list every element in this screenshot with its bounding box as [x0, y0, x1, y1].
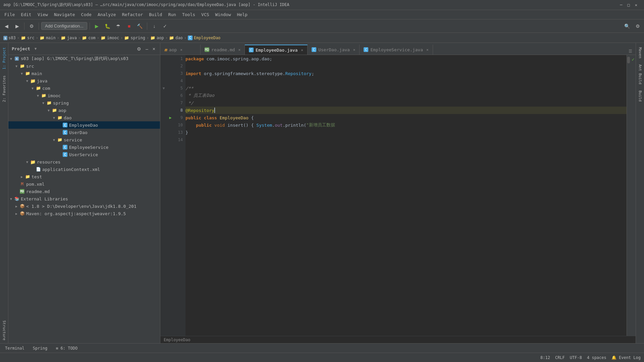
run-gutter-icon[interactable]: ▶	[169, 115, 171, 120]
tree-item-src[interactable]: ▼ 📁 src	[8, 62, 160, 70]
tree-arrow-s03[interactable]: ▼	[8, 57, 14, 61]
sidebar-minimize-btn[interactable]: ×	[151, 46, 157, 52]
code-content[interactable]: package com.imooc.spring.aop.dao; import…	[185, 55, 627, 336]
run-config-btn[interactable]: Add Configuration...	[41, 22, 87, 30]
tab-employeedao-close[interactable]: ✕	[301, 48, 303, 52]
tree-arrow-dao[interactable]: ▼	[51, 116, 57, 120]
tree-item-resources[interactable]: ▼ 📁 resources	[8, 158, 160, 166]
tree-arrow-resources[interactable]: ▼	[24, 160, 30, 164]
event-log-btn[interactable]: 🔔 Event Log	[611, 355, 641, 360]
tree-arrow-extlibs[interactable]: ▼	[8, 197, 14, 201]
status-encoding[interactable]: UTF-8	[570, 355, 582, 360]
breadcrumb-s03[interactable]: ss03	[3, 36, 16, 40]
tab-userdao[interactable]: C UserDao.java ✕	[308, 45, 360, 55]
sidebar-dropdown-icon[interactable]: ▼	[35, 47, 37, 51]
tree-item-s03[interactable]: ▼ s s03 [aop] G:\IMOOC_T\Spring\源代码\aop\…	[8, 55, 160, 62]
tree-item-userdao[interactable]: ▶ C UserDao	[8, 129, 160, 136]
build-btn[interactable]: 🔨	[135, 21, 145, 31]
menu-navigate[interactable]: Navigate	[51, 11, 78, 18]
settings-btn[interactable]: ⚙	[27, 21, 36, 31]
structure-tab[interactable]: Structure	[1, 318, 8, 343]
tree-item-appcontext[interactable]: ▶ 📄 applicationContext.xml	[8, 166, 160, 173]
menu-refactor[interactable]: Refactor	[119, 11, 146, 18]
forward-btn[interactable]: ▶	[12, 21, 22, 31]
debug-btn[interactable]: 🐛	[103, 21, 112, 31]
tab-aop-close[interactable]: ✕	[180, 48, 182, 52]
menu-window[interactable]: Window	[213, 11, 234, 18]
tree-item-employeedao[interactable]: ▶ C EmployeeDao	[8, 121, 160, 129]
vcs-update-btn[interactable]: ↓	[150, 21, 159, 31]
breadcrumb-employeedao[interactable]: EmployeeDao	[194, 36, 220, 40]
tree-item-java[interactable]: ▼ 📁 java	[8, 77, 160, 84]
close-btn[interactable]: ✕	[635, 3, 637, 7]
back-btn[interactable]: ◀	[2, 21, 11, 31]
tree-item-extlibs[interactable]: ▼ 📚 External Libraries	[8, 195, 160, 202]
project-tab[interactable]: 1: Project	[1, 45, 8, 72]
tree-arrow-jdk[interactable]: ▶	[14, 204, 19, 208]
todo-tab[interactable]: ≡ 6: TODO	[52, 345, 81, 352]
tree-item-test[interactable]: ▶ 📁 test	[8, 173, 160, 180]
scrollbar[interactable]	[627, 55, 631, 336]
tab-readme-close[interactable]: ✕	[238, 48, 240, 52]
tree-item-readme[interactable]: ▶ MD readme.md	[8, 188, 160, 195]
sidebar-settings-btn[interactable]: ⚙	[136, 46, 143, 52]
tab-employeedao[interactable]: C EmployeeDao.java ✕	[245, 45, 308, 55]
search-everywhere-btn[interactable]: 🔍	[622, 21, 632, 31]
ant-build-tab[interactable]: Ant Build	[637, 62, 644, 87]
menu-analyze[interactable]: Analyze	[95, 11, 119, 18]
breadcrumb-java[interactable]: java	[67, 36, 77, 40]
breadcrumb-com[interactable]: com	[88, 36, 96, 40]
tree-arrow-src[interactable]: ▼	[14, 64, 19, 68]
breadcrumb-src[interactable]: src	[27, 36, 35, 40]
tree-arrow-service[interactable]: ▼	[51, 138, 57, 142]
vcs-commit-btn[interactable]: ✓	[160, 21, 170, 31]
sidebar-collapse-btn[interactable]: –	[144, 46, 150, 52]
menu-code[interactable]: Code	[78, 11, 94, 18]
tree-arrow-com[interactable]: ▼	[30, 86, 35, 90]
tab-userdao-close[interactable]: ✕	[353, 48, 356, 52]
menu-view[interactable]: View	[35, 11, 51, 18]
status-indent[interactable]: 4 spaces	[587, 355, 606, 360]
tree-item-main[interactable]: ▼ 📁 main	[8, 70, 160, 77]
breadcrumb-spring[interactable]: spring	[130, 36, 145, 40]
tree-item-aop[interactable]: ▼ 📁 aop	[8, 107, 160, 114]
tree-arrow-spring[interactable]: ▼	[41, 101, 46, 105]
minimize-btn[interactable]: ─	[620, 3, 622, 7]
tree-arrow-maven[interactable]: ▶	[14, 212, 19, 216]
menu-edit[interactable]: Edit	[18, 11, 34, 18]
tab-list-btn[interactable]: ☰	[627, 49, 634, 54]
tree-item-imooc[interactable]: ▼ 📁 imooc	[8, 92, 160, 99]
tree-item-com[interactable]: ▼ 📁 com	[8, 84, 160, 92]
tab-employeeservice[interactable]: C EmployeeService.java ✕	[360, 45, 433, 55]
menu-build[interactable]: Build	[146, 11, 165, 18]
terminal-tab[interactable]: Terminal	[2, 345, 28, 352]
breadcrumb-imooc[interactable]: imooc	[107, 36, 119, 40]
build-tab[interactable]: Build	[637, 88, 644, 104]
menu-file[interactable]: File	[2, 11, 17, 18]
maximize-btn[interactable]: □	[628, 3, 630, 7]
tree-item-maven[interactable]: ▶ 📦 Maven: org.aspectj:aspectjweaver:1.9…	[8, 210, 160, 217]
tree-arrow-java[interactable]: ▼	[24, 79, 30, 83]
menu-help[interactable]: Help	[234, 11, 250, 18]
tree-item-spring[interactable]: ▼ 📁 spring	[8, 99, 160, 107]
stop-btn[interactable]: ■	[124, 21, 134, 31]
tree-item-employeeservice[interactable]: ▶ C EmployeeService	[8, 143, 160, 151]
menu-run[interactable]: Run	[165, 11, 178, 18]
tree-arrow-main[interactable]: ▼	[19, 72, 24, 75]
tree-item-dao[interactable]: ▼ 📁 dao	[8, 114, 160, 121]
coverage-btn[interactable]: ☂	[114, 21, 123, 31]
run-9[interactable]: ▶	[167, 115, 174, 120]
settings-gear-btn[interactable]: ⚙	[633, 21, 642, 31]
run-btn[interactable]: ▶	[92, 21, 102, 31]
tree-item-service[interactable]: ▼ 📁 service	[8, 136, 160, 143]
fold-5[interactable]: ▼	[160, 86, 167, 90]
status-position[interactable]: 8:12	[540, 355, 550, 360]
tree-arrow-aop[interactable]: ▼	[46, 109, 51, 112]
status-line-sep[interactable]: CRLF	[555, 355, 565, 360]
spring-panel-tab[interactable]: Spring	[30, 345, 51, 352]
menu-tools[interactable]: Tools	[179, 11, 198, 18]
tree-item-userservice[interactable]: ▶ C UserService	[8, 151, 160, 158]
tab-aop[interactable]: m aop ✕	[160, 45, 201, 55]
menu-vcs[interactable]: VCS	[199, 11, 212, 18]
tab-readme[interactable]: MD readme.md ✕	[201, 45, 245, 55]
